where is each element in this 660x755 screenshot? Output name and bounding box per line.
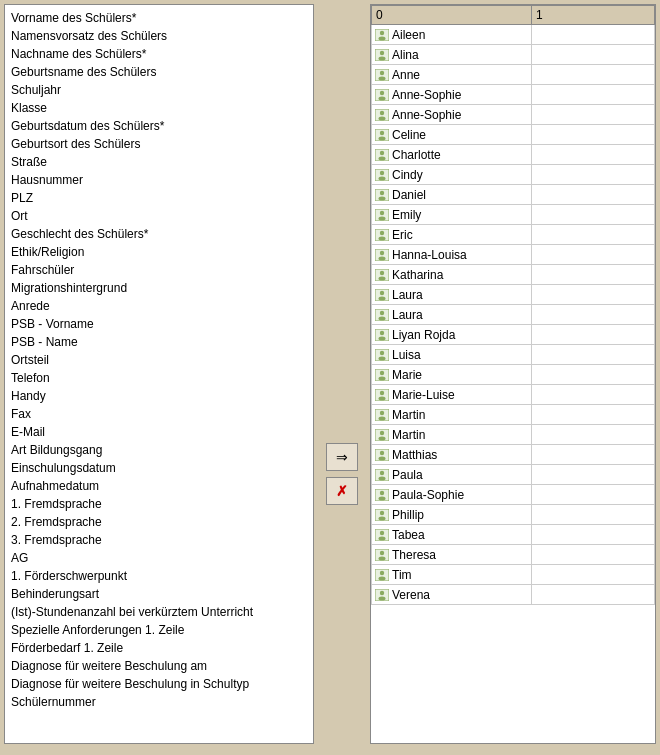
field-item: 3. Fremdsprache [11,531,307,549]
table-row[interactable]: Paula-Sophie [372,485,655,505]
student-name: Marie [392,368,422,382]
student-col1-cell [532,265,655,285]
table-row[interactable]: Liyan Rojda [372,325,655,345]
student-icon [374,128,390,142]
table-row[interactable]: Luisa [372,345,655,365]
field-item: Behinderungsart [11,585,307,603]
table-row[interactable]: Laura [372,305,655,325]
field-item: Schuljahr [11,81,307,99]
left-panel: Vorname des Schülers*Namensvorsatz des S… [4,4,314,744]
svg-point-43 [380,310,384,314]
field-item: Namensvorsatz des Schülers [11,27,307,45]
table-row[interactable]: Marie-Luise [372,385,655,405]
student-name-cell: Martin [372,405,532,425]
table-row[interactable]: Charlotte [372,145,655,165]
field-item: Klasse [11,99,307,117]
student-name-cell: Aileen [372,25,532,45]
svg-point-32 [379,236,386,240]
student-icon [374,88,390,102]
student-name: Katharina [392,268,443,282]
student-name-cell: Phillip [372,505,532,525]
table-row[interactable]: Anne-Sophie [372,105,655,125]
field-item: PSB - Name [11,333,307,351]
table-row[interactable]: Martin [372,425,655,445]
student-icon [374,148,390,162]
svg-point-85 [380,590,384,594]
table-row[interactable]: Theresa [372,545,655,565]
table-row[interactable]: Aileen [372,25,655,45]
right-panel: 0 1 Aileen Alina Anne Anne-Sophie Anne-S… [370,4,656,744]
student-icon [374,248,390,262]
student-icon [374,68,390,82]
svg-point-2 [379,36,386,40]
student-col1-cell [532,45,655,65]
student-name-cell: Theresa [372,545,532,565]
student-name-cell: Luisa [372,345,532,365]
svg-point-19 [380,150,384,154]
table-row[interactable]: Phillip [372,505,655,525]
table-row[interactable]: Tabea [372,525,655,545]
student-name: Anne [392,68,420,82]
student-name-cell: Charlotte [372,145,532,165]
svg-point-25 [380,190,384,194]
table-row[interactable]: Paula [372,465,655,485]
student-name: Alina [392,48,419,62]
student-icon [374,488,390,502]
student-name-cell: Paula [372,465,532,485]
table-row[interactable]: Emily [372,205,655,225]
student-col1-cell [532,545,655,565]
table-row[interactable]: Celine [372,125,655,145]
student-icon [374,388,390,402]
svg-point-34 [380,250,384,254]
student-name-cell: Daniel [372,185,532,205]
student-name-cell: Anne-Sophie [372,105,532,125]
student-name: Liyan Rojda [392,328,455,342]
delete-button[interactable]: ✗ [326,477,358,505]
svg-point-56 [379,396,386,400]
student-icon [374,368,390,382]
svg-point-76 [380,530,384,534]
student-col1-cell [532,465,655,485]
table-row[interactable]: Verena [372,585,655,605]
student-col1-cell [532,245,655,265]
student-col1-cell [532,165,655,185]
svg-point-8 [379,76,386,80]
table-row[interactable]: Matthias [372,445,655,465]
table-row[interactable]: Anne [372,65,655,85]
table-row[interactable]: Anne-Sophie [372,85,655,105]
student-icon [374,168,390,182]
svg-point-67 [380,470,384,474]
student-col1-cell [532,325,655,345]
field-item: Geburtsname des Schülers [11,63,307,81]
student-name: Tabea [392,528,425,542]
table-row[interactable]: Martin [372,405,655,425]
svg-point-14 [379,116,386,120]
svg-point-50 [379,356,386,360]
svg-point-13 [380,110,384,114]
table-row[interactable]: Katharina [372,265,655,285]
arrow-icon: ⇒ [336,449,348,465]
student-icon [374,328,390,342]
table-row[interactable]: Hanna-Louisa [372,245,655,265]
svg-point-26 [379,196,386,200]
student-name: Aileen [392,28,425,42]
table-row[interactable]: Eric [372,225,655,245]
student-icon [374,208,390,222]
table-row[interactable]: Laura [372,285,655,305]
svg-point-37 [380,270,384,274]
table-row[interactable]: Alina [372,45,655,65]
field-item: Fax [11,405,307,423]
student-name-cell: Tabea [372,525,532,545]
add-button[interactable]: ⇒ [326,443,358,471]
svg-point-52 [380,370,384,374]
table-row[interactable]: Cindy [372,165,655,185]
table-row[interactable]: Marie [372,365,655,385]
svg-point-29 [379,216,386,220]
field-item: Ortsteil [11,351,307,369]
student-name: Eric [392,228,413,242]
student-icon [374,28,390,42]
table-row[interactable]: Daniel [372,185,655,205]
table-row[interactable]: Tim [372,565,655,585]
student-name-cell: Liyan Rojda [372,325,532,345]
field-item: Hausnummer [11,171,307,189]
